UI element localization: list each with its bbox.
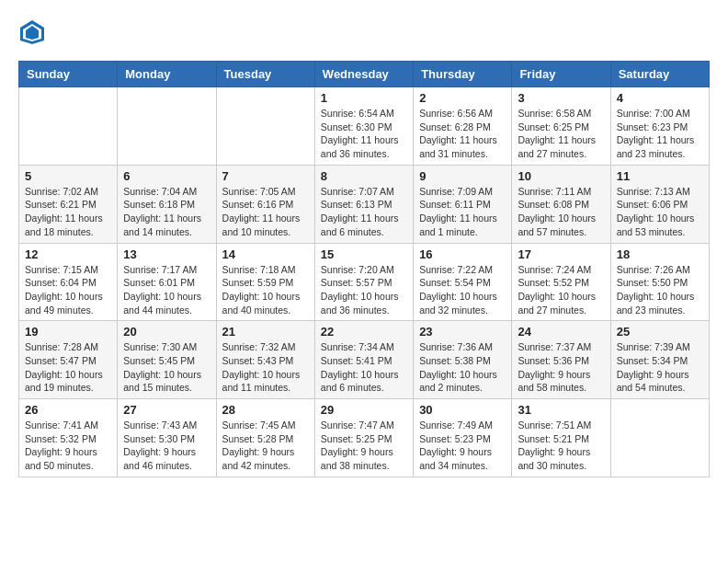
calendar-cell: 31Sunrise: 7:51 AM Sunset: 5:21 PM Dayli… [512,399,610,477]
calendar-cell: 14Sunrise: 7:18 AM Sunset: 5:59 PM Dayli… [216,243,314,321]
calendar-cell [216,87,314,166]
calendar-week-row: 19Sunrise: 7:28 AM Sunset: 5:47 PM Dayli… [19,321,710,399]
day-number: 19 [25,325,111,339]
day-info: Sunrise: 7:49 AM Sunset: 5:23 PM Dayligh… [419,419,506,473]
calendar-cell [610,399,709,477]
calendar-cell: 7Sunrise: 7:05 AM Sunset: 6:16 PM Daylig… [216,165,314,243]
calendar-cell: 26Sunrise: 7:41 AM Sunset: 5:32 PM Dayli… [19,399,118,477]
day-number: 15 [321,247,407,261]
day-info: Sunrise: 7:04 AM Sunset: 6:18 PM Dayligh… [123,185,210,239]
calendar-cell: 17Sunrise: 7:24 AM Sunset: 5:52 PM Dayli… [512,243,610,321]
day-info: Sunrise: 7:02 AM Sunset: 6:21 PM Dayligh… [25,185,111,239]
day-number: 31 [518,403,604,417]
calendar-cell: 18Sunrise: 7:26 AM Sunset: 5:50 PM Dayli… [610,243,709,321]
calendar-week-row: 26Sunrise: 7:41 AM Sunset: 5:32 PM Dayli… [19,399,710,477]
day-info: Sunrise: 6:54 AM Sunset: 6:30 PM Dayligh… [321,107,407,161]
day-number: 3 [518,91,604,105]
day-info: Sunrise: 7:36 AM Sunset: 5:38 PM Dayligh… [419,340,506,395]
day-number: 12 [25,247,111,261]
day-info: Sunrise: 7:20 AM Sunset: 5:57 PM Dayligh… [321,263,407,317]
calendar-day-header: Friday [512,62,610,87]
day-info: Sunrise: 7:18 AM Sunset: 5:59 PM Dayligh… [222,263,309,317]
day-info: Sunrise: 7:07 AM Sunset: 6:13 PM Dayligh… [321,185,407,239]
day-number: 1 [321,91,407,105]
calendar-cell: 11Sunrise: 7:13 AM Sunset: 6:06 PM Dayli… [610,165,709,243]
calendar-cell: 16Sunrise: 7:22 AM Sunset: 5:54 PM Dayli… [414,243,512,321]
calendar-week-row: 12Sunrise: 7:15 AM Sunset: 6:04 PM Dayli… [19,243,710,321]
calendar-cell: 28Sunrise: 7:45 AM Sunset: 5:28 PM Dayli… [216,399,314,477]
calendar-cell: 12Sunrise: 7:15 AM Sunset: 6:04 PM Dayli… [19,243,118,321]
calendar-cell: 8Sunrise: 7:07 AM Sunset: 6:13 PM Daylig… [314,165,413,243]
day-info: Sunrise: 7:30 AM Sunset: 5:45 PM Dayligh… [123,340,210,395]
day-info: Sunrise: 7:41 AM Sunset: 5:32 PM Dayligh… [25,419,111,473]
day-number: 29 [321,403,407,417]
day-info: Sunrise: 7:13 AM Sunset: 6:06 PM Dayligh… [617,185,703,239]
day-number: 22 [321,325,407,339]
day-info: Sunrise: 7:09 AM Sunset: 6:11 PM Dayligh… [419,185,506,239]
calendar-header-row: SundayMondayTuesdayWednesdayThursdayFrid… [19,62,710,87]
day-info: Sunrise: 6:56 AM Sunset: 6:28 PM Dayligh… [419,107,506,161]
day-info: Sunrise: 7:11 AM Sunset: 6:08 PM Dayligh… [518,185,604,239]
day-number: 11 [617,169,703,183]
day-number: 27 [123,403,210,417]
day-info: Sunrise: 7:47 AM Sunset: 5:25 PM Dayligh… [321,419,407,473]
day-number: 13 [123,247,210,261]
day-info: Sunrise: 7:26 AM Sunset: 5:50 PM Dayligh… [617,263,703,317]
day-number: 10 [518,169,604,183]
calendar-cell: 30Sunrise: 7:49 AM Sunset: 5:23 PM Dayli… [414,399,512,477]
calendar-cell: 9Sunrise: 7:09 AM Sunset: 6:11 PM Daylig… [414,165,512,243]
day-info: Sunrise: 7:22 AM Sunset: 5:54 PM Dayligh… [419,263,506,317]
calendar-cell: 13Sunrise: 7:17 AM Sunset: 6:01 PM Dayli… [118,243,216,321]
calendar-cell: 5Sunrise: 7:02 AM Sunset: 6:21 PM Daylig… [19,165,118,243]
day-number: 16 [419,247,506,261]
day-number: 7 [222,169,309,183]
calendar-day-header: Monday [118,62,216,87]
day-info: Sunrise: 7:43 AM Sunset: 5:30 PM Dayligh… [123,419,210,473]
calendar-day-header: Thursday [414,62,512,87]
day-number: 21 [222,325,309,339]
calendar-cell [118,87,216,166]
calendar-cell: 24Sunrise: 7:37 AM Sunset: 5:36 PM Dayli… [512,321,610,399]
calendar-week-row: 1Sunrise: 6:54 AM Sunset: 6:30 PM Daylig… [19,87,710,166]
calendar-cell: 20Sunrise: 7:30 AM Sunset: 5:45 PM Dayli… [118,321,216,399]
calendar-cell: 19Sunrise: 7:28 AM Sunset: 5:47 PM Dayli… [19,321,118,399]
day-info: Sunrise: 7:24 AM Sunset: 5:52 PM Dayligh… [518,263,604,317]
calendar-cell: 4Sunrise: 7:00 AM Sunset: 6:23 PM Daylig… [610,87,709,166]
calendar-table: SundayMondayTuesdayWednesdayThursdayFrid… [18,61,710,477]
calendar-cell: 29Sunrise: 7:47 AM Sunset: 5:25 PM Dayli… [314,399,413,477]
day-info: Sunrise: 7:00 AM Sunset: 6:23 PM Dayligh… [617,107,703,161]
day-info: Sunrise: 7:32 AM Sunset: 5:43 PM Dayligh… [222,340,309,395]
day-number: 5 [25,169,111,183]
calendar-cell [19,87,118,166]
day-number: 4 [617,91,703,105]
day-number: 28 [222,403,309,417]
day-info: Sunrise: 6:58 AM Sunset: 6:25 PM Dayligh… [518,107,604,161]
calendar-cell: 25Sunrise: 7:39 AM Sunset: 5:34 PM Dayli… [610,321,709,399]
day-info: Sunrise: 7:34 AM Sunset: 5:41 PM Dayligh… [321,340,407,395]
calendar-cell: 3Sunrise: 6:58 AM Sunset: 6:25 PM Daylig… [512,87,610,166]
day-number: 20 [123,325,210,339]
calendar-cell: 15Sunrise: 7:20 AM Sunset: 5:57 PM Dayli… [314,243,413,321]
calendar-day-header: Tuesday [216,62,314,87]
calendar-cell: 21Sunrise: 7:32 AM Sunset: 5:43 PM Dayli… [216,321,314,399]
calendar-cell: 2Sunrise: 6:56 AM Sunset: 6:28 PM Daylig… [414,87,512,166]
day-number: 8 [321,169,407,183]
calendar-day-header: Wednesday [314,62,413,87]
day-info: Sunrise: 7:51 AM Sunset: 5:21 PM Dayligh… [518,419,604,473]
calendar-cell: 27Sunrise: 7:43 AM Sunset: 5:30 PM Dayli… [118,399,216,477]
logo [18,18,50,46]
day-number: 6 [123,169,210,183]
day-info: Sunrise: 7:05 AM Sunset: 6:16 PM Dayligh… [222,185,309,239]
calendar-cell: 22Sunrise: 7:34 AM Sunset: 5:41 PM Dayli… [314,321,413,399]
day-info: Sunrise: 7:15 AM Sunset: 6:04 PM Dayligh… [25,263,111,317]
day-number: 9 [419,169,506,183]
day-number: 25 [617,325,703,339]
day-info: Sunrise: 7:39 AM Sunset: 5:34 PM Dayligh… [617,340,703,395]
calendar-cell: 1Sunrise: 6:54 AM Sunset: 6:30 PM Daylig… [314,87,413,166]
day-info: Sunrise: 7:28 AM Sunset: 5:47 PM Dayligh… [25,340,111,395]
calendar-cell: 23Sunrise: 7:36 AM Sunset: 5:38 PM Dayli… [414,321,512,399]
page-header [18,18,710,46]
day-number: 17 [518,247,604,261]
day-number: 18 [617,247,703,261]
day-info: Sunrise: 7:37 AM Sunset: 5:36 PM Dayligh… [518,340,604,395]
